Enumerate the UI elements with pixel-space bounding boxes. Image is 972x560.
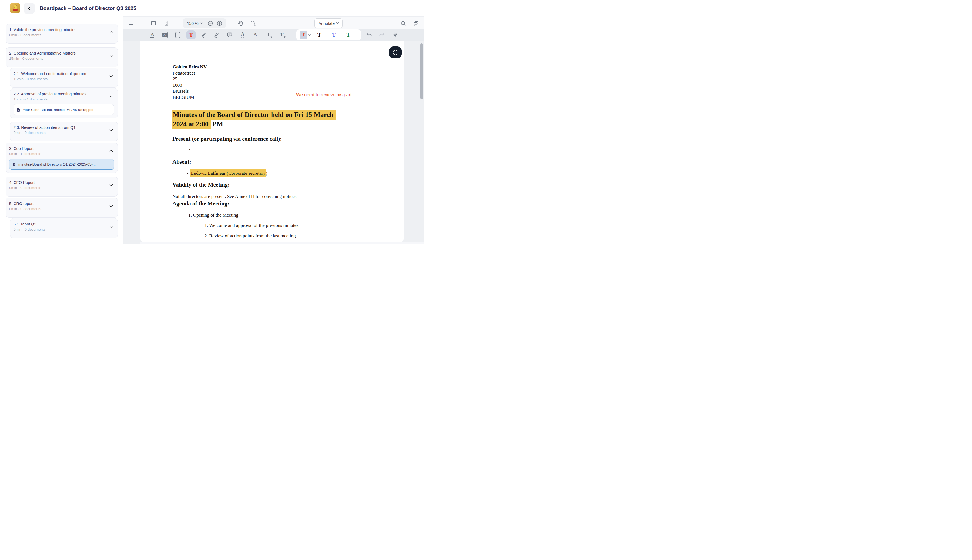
- t-return-icon: T: [280, 32, 284, 38]
- color-preset-blue[interactable]: T: [332, 32, 336, 38]
- empty-bullet: •: [189, 147, 190, 153]
- chevron-down-icon[interactable]: [109, 225, 113, 229]
- pdf-page[interactable]: Golden Fries NV Potatostreet 25 1000 Bru…: [140, 40, 404, 242]
- chevron-down-icon: [200, 22, 203, 24]
- chevron-down-icon[interactable]: [109, 183, 113, 187]
- zoom-level-value: 150 %: [187, 21, 199, 26]
- page-title: Boardpack – Board of Director Q3 2025: [40, 0, 136, 17]
- hamburger-menu-icon: [128, 20, 134, 26]
- text-underline-tool[interactable]: A: [148, 30, 157, 39]
- search-icon: [400, 20, 406, 27]
- agenda-item-3[interactable]: 3. Ceo Report 0min - 1 documents minutes…: [6, 143, 118, 173]
- highlight-annotation[interactable]: Minutes of the Board of Director held on…: [172, 110, 336, 120]
- vertical-scrollbar-thumb[interactable]: [420, 43, 423, 99]
- agenda-item-2-2[interactable]: 2.2. Approval of previous meeting minute…: [10, 88, 118, 118]
- agenda-heading: Agenda of the Meeting:: [172, 200, 229, 207]
- toolbar-divider: [178, 19, 178, 27]
- chevron-down-icon[interactable]: [109, 204, 113, 208]
- eraser-button[interactable]: [390, 30, 399, 39]
- text-annotation-note[interactable]: We need to review this part: [296, 92, 352, 97]
- absent-heading: Absent:: [172, 158, 191, 165]
- company-address-block: Golden Fries NV Potatostreet 25 1000 Bru…: [173, 64, 207, 100]
- chevron-down-icon[interactable]: [109, 74, 113, 78]
- fullscreen-button[interactable]: [389, 47, 402, 58]
- pan-tool-button[interactable]: [235, 18, 245, 28]
- chevron-down-icon[interactable]: [109, 54, 113, 58]
- document-canvas[interactable]: Golden Fries NV Potatostreet 25 1000 Bru…: [123, 40, 424, 244]
- agenda-list-subitem: 1. Welcome and approval of the previous …: [204, 222, 298, 228]
- canvas-bottom-strip: [140, 242, 424, 244]
- document-icon: [12, 162, 16, 167]
- hand-icon: [237, 20, 244, 27]
- redo-button[interactable]: [377, 30, 386, 39]
- text-squiggly-tool[interactable]: A: [238, 30, 247, 39]
- plus-circle-icon: [216, 20, 222, 27]
- zoom-level-select[interactable]: 150 %: [187, 21, 203, 26]
- agenda-item-2[interactable]: 2. Opening and Administrative Matters 15…: [6, 47, 118, 67]
- agenda-sidebar: 1. Valide the previous meeting minutes 0…: [0, 17, 124, 244]
- agenda-item-1[interactable]: 1. Valide the previous meeting minutes 0…: [6, 24, 118, 44]
- agenda-item-5[interactable]: 5. CRO report 0min - 0 documents: [6, 198, 118, 218]
- zoom-out-button[interactable]: [206, 20, 214, 27]
- t-arrow-icon: T: [267, 32, 271, 38]
- zoom-in-button[interactable]: [215, 20, 223, 27]
- present-heading: Present (or participating via conference…: [172, 135, 282, 142]
- sidebar-panel-button[interactable]: [149, 18, 158, 28]
- agenda-list-subitem: 2. Review of action points from the last…: [204, 233, 296, 239]
- agenda-item-4[interactable]: 4. CFO Report 0min - 0 documents: [6, 177, 118, 197]
- main-menu-button[interactable]: [127, 18, 135, 28]
- split-view-icon: [150, 20, 156, 26]
- chevron-down-icon[interactable]: [109, 128, 113, 132]
- undo-button[interactable]: [365, 30, 374, 39]
- text-annotation-tool-selected[interactable]: T: [186, 30, 195, 39]
- chevron-down-icon: [336, 22, 339, 24]
- minus-circle-icon: [207, 20, 214, 27]
- comments-button[interactable]: [411, 18, 420, 28]
- redaction-tool[interactable]: A: [160, 30, 170, 39]
- document-chip[interactable]: Your Cline Bot Inc. receipt [#1746-9848]…: [13, 104, 114, 115]
- agenda-item-2-3[interactable]: 2.3. Review of action items from Q1 0min…: [10, 122, 118, 142]
- mode-select[interactable]: Annotate: [314, 18, 342, 28]
- highlighter-icon: [214, 32, 220, 38]
- chevron-left-icon: [27, 6, 32, 11]
- toolbar-divider: [230, 19, 230, 27]
- signature-tool[interactable]: [199, 30, 209, 39]
- text-strikethrough-tool[interactable]: A: [251, 30, 260, 39]
- chevron-up-icon[interactable]: [109, 95, 113, 98]
- redact-box-icon: A: [162, 33, 167, 37]
- chevron-down-icon[interactable]: [308, 34, 311, 36]
- app-header: Boardpack – Board of Director Q3 2025: [0, 0, 424, 17]
- document-chip-selected[interactable]: minutes-Board of Directors Q1 2024-2025-…: [9, 159, 114, 170]
- color-preset-red-selected[interactable]: T: [300, 31, 307, 39]
- highlight-annotation[interactable]: 2024 at 2:00: [172, 119, 211, 129]
- company-logo: [10, 3, 20, 13]
- text-replace-tool[interactable]: T: [277, 30, 286, 39]
- highlighter-pen-tool[interactable]: [212, 30, 221, 39]
- document-gear-icon: [164, 20, 169, 26]
- color-preset-black[interactable]: T: [317, 32, 321, 38]
- color-preset-group: T T T T: [296, 30, 361, 40]
- toolbar-divider: [291, 31, 291, 39]
- validity-heading: Validity of the Meeting:: [172, 182, 230, 188]
- viewer-toolbar-main: 150 %: [123, 17, 424, 30]
- chevron-up-icon[interactable]: [109, 149, 113, 153]
- document-title: Minutes of the Board of Director held on…: [172, 110, 367, 129]
- squiggle-a-icon: A: [240, 32, 245, 38]
- agenda-item-5-1[interactable]: 5.1. repot Q3 0min - 0 documents: [10, 218, 118, 238]
- shape-tool[interactable]: [173, 30, 182, 39]
- search-button[interactable]: [399, 18, 408, 28]
- highlight-annotation[interactable]: Ludovic Laffineur (Corporate secretary: [190, 169, 266, 177]
- note-comment-tool[interactable]: [225, 30, 234, 39]
- annotation-toolbar: A A T: [123, 29, 424, 40]
- document-settings-button[interactable]: [162, 18, 171, 28]
- strike-a-icon: A: [254, 32, 257, 38]
- agenda-item-2-1[interactable]: 2.1. Welcome and confirmation of quorum …: [10, 68, 118, 88]
- marquee-select-button[interactable]: [248, 18, 257, 28]
- back-button[interactable]: [24, 3, 35, 14]
- text-insert-tool[interactable]: T: [264, 30, 273, 39]
- color-preset-green[interactable]: T: [347, 32, 350, 38]
- eraser-icon: [392, 32, 398, 38]
- ink-pen-icon: [201, 32, 207, 38]
- chevron-up-icon[interactable]: [109, 30, 113, 34]
- mode-select-value: Annotate: [319, 21, 335, 26]
